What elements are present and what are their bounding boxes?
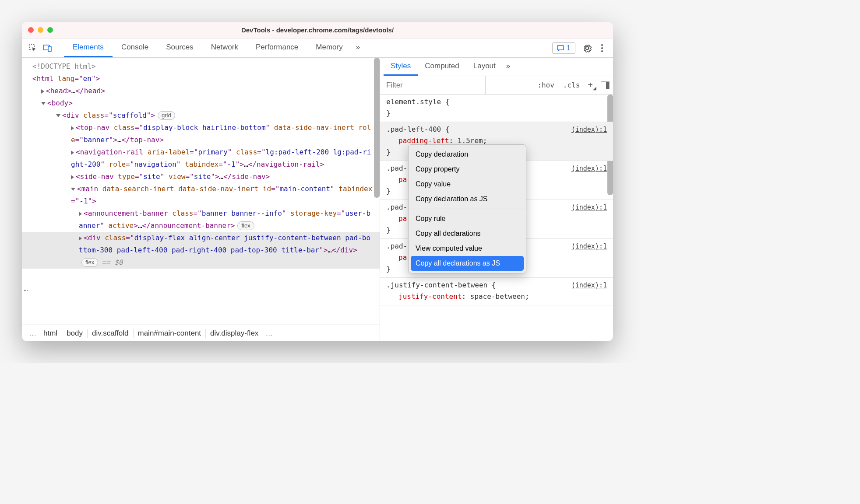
dom-announcement[interactable]: <announcement-banner class="banner banne… (22, 207, 380, 232)
subtab-layout[interactable]: Layout (466, 58, 503, 76)
tab-network[interactable]: Network (202, 38, 247, 57)
inspect-icon[interactable] (25, 41, 40, 56)
main-panes: ⋯ <!DOCTYPE html> <html lang="en"> <head… (22, 58, 613, 341)
dom-head[interactable]: <head>…</head> (22, 85, 380, 97)
context-menu-item[interactable]: Copy declaration (409, 147, 526, 162)
svg-point-4 (586, 47, 589, 49)
source-link[interactable]: (index):1 (571, 163, 607, 174)
dom-doctype[interactable]: <!DOCTYPE html> (22, 60, 380, 73)
context-menu-item[interactable]: Copy property (409, 162, 526, 177)
context-menu-item[interactable]: Copy declaration as JS (409, 192, 526, 206)
titlebar: DevTools - developer.chrome.com/tags/dev… (22, 22, 613, 38)
crumb-div[interactable]: div.display-flex (205, 329, 263, 338)
dom-scaffold[interactable]: <div class="scaffold">grid (22, 109, 380, 122)
settings-icon[interactable] (580, 41, 595, 56)
styles-sub-tabs: Styles Computed Layout » (380, 58, 613, 76)
context-menu-separator (409, 209, 526, 209)
dom-html[interactable]: <html lang="en"> (22, 73, 380, 85)
dom-body[interactable]: <body> (22, 97, 380, 109)
subtab-computed[interactable]: Computed (418, 58, 466, 76)
dom-side-nav[interactable]: <side-nav type="site" view="site">…</sid… (22, 171, 380, 183)
crumb-body[interactable]: body (62, 329, 87, 338)
hov-button[interactable]: :hov (534, 79, 558, 91)
issues-button[interactable]: 1 (552, 42, 575, 54)
zoom-window[interactable] (47, 27, 53, 33)
dom-selected-div[interactable]: <div class="display-flex align-center ju… (22, 232, 380, 269)
svg-point-6 (601, 47, 603, 49)
traffic-lights (28, 27, 53, 33)
new-style-rule-icon[interactable]: +◢ (585, 80, 599, 91)
rule-4[interactable]: (index):1 .justify-content-between { jus… (380, 278, 613, 305)
tab-memory[interactable]: Memory (307, 38, 351, 57)
source-link[interactable]: (index):1 (571, 202, 607, 213)
context-menu-item[interactable]: Copy all declarations as JS (411, 256, 524, 271)
tab-console[interactable]: Console (113, 38, 157, 57)
crumb-overflow-left[interactable]: … (26, 329, 39, 338)
tab-overflow[interactable]: » (352, 38, 364, 57)
svg-point-7 (601, 50, 603, 52)
svg-rect-2 (48, 46, 51, 52)
crumb-html[interactable]: html (39, 329, 62, 338)
crumb-main[interactable]: main#main-content (133, 329, 206, 338)
tab-sources[interactable]: Sources (157, 38, 202, 57)
crumb-scaffold[interactable]: div.scaffold (87, 329, 133, 338)
window-title: DevTools - developer.chrome.com/tags/dev… (22, 26, 613, 34)
breadcrumb: … html body div.scaffold main#main-conte… (22, 325, 380, 341)
close-window[interactable] (28, 27, 34, 33)
issue-count: 1 (567, 44, 571, 52)
dom-top-nav[interactable]: <top-nav class="display-block hairline-b… (22, 122, 380, 146)
dom-nav-rail[interactable]: <navigation-rail aria-label="primary" cl… (22, 146, 380, 171)
context-menu-item[interactable]: Copy value (409, 177, 526, 192)
source-link[interactable]: (index):1 (571, 241, 607, 252)
subtab-overflow[interactable]: » (503, 58, 514, 76)
rule-element-style[interactable]: element.style { } (380, 94, 613, 122)
source-link[interactable]: (index):1 (571, 280, 607, 291)
context-menu-item[interactable]: View computed value (409, 241, 526, 256)
panel-tabs: Elements Console Sources Network Perform… (64, 38, 364, 57)
context-menu: Copy declarationCopy propertyCopy valueC… (408, 144, 526, 273)
gutter-menu-icon[interactable]: ⋯ (24, 284, 28, 297)
svg-rect-3 (557, 46, 564, 50)
subtab-styles[interactable]: Styles (384, 58, 418, 76)
styles-pane: Styles Computed Layout » :hov .cls +◢ el… (380, 58, 613, 341)
toggle-sidebar-icon[interactable] (601, 81, 610, 89)
cls-button[interactable]: .cls (560, 79, 584, 91)
minimize-window[interactable] (38, 27, 43, 33)
device-toolbar-icon[interactable] (40, 41, 55, 56)
elements-pane: ⋯ <!DOCTYPE html> <html lang="en"> <head… (22, 58, 380, 341)
dom-tree[interactable]: ⋯ <!DOCTYPE html> <html lang="en"> <head… (22, 58, 380, 325)
svg-point-5 (601, 44, 603, 46)
crumb-overflow-right[interactable]: … (263, 329, 275, 338)
dom-main[interactable]: <main data-search-inert data-side-nav-in… (22, 183, 380, 207)
source-link[interactable]: (index):1 (571, 124, 607, 135)
tab-performance[interactable]: Performance (247, 38, 307, 57)
tab-elements[interactable]: Elements (64, 38, 113, 57)
styles-filter-row: :hov .cls +◢ (380, 76, 613, 94)
context-menu-item[interactable]: Copy rule (409, 211, 526, 226)
styles-rules[interactable]: element.style { } (index):1 .pad-left-40… (380, 94, 613, 341)
context-menu-item[interactable]: Copy all declarations (409, 226, 526, 241)
devtools-window: DevTools - developer.chrome.com/tags/dev… (22, 22, 613, 341)
kebab-menu-icon[interactable] (595, 41, 610, 56)
styles-filter-input[interactable] (380, 76, 486, 94)
main-toolbar: Elements Console Sources Network Perform… (22, 38, 613, 58)
tree-scrollbar[interactable] (374, 58, 380, 198)
